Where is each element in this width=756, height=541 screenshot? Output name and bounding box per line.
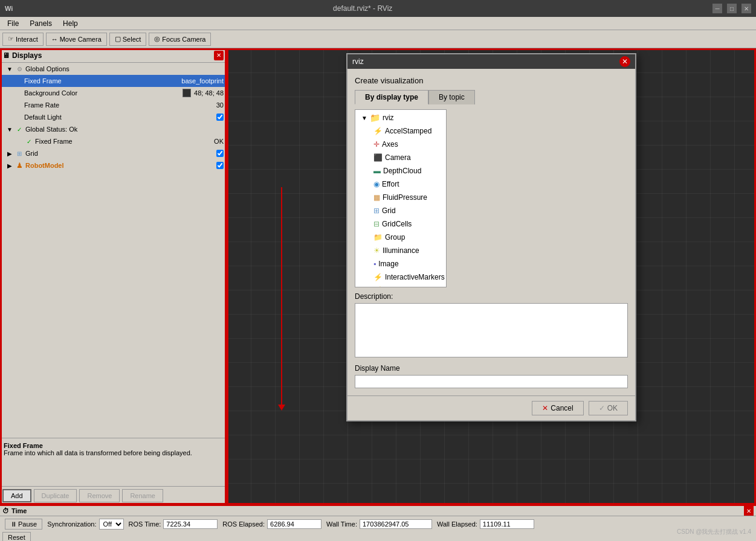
toolbar-focus-camera[interactable]: ◎ Focus Camera <box>149 33 211 46</box>
wall-time-field: Wall Time: <box>326 519 432 529</box>
interactive-label: InteractiveMarkers <box>385 273 445 281</box>
remove-button[interactable]: Remove <box>79 489 120 502</box>
modal-tree[interactable]: ▼ 📁 rviz ⚡ AccelStamped ✛ A <box>355 109 447 287</box>
frame-rate-value: 30 <box>216 101 226 109</box>
wall-elapsed-label: Wall Elapsed: <box>437 520 477 528</box>
time-panel-close[interactable]: ✕ <box>744 506 754 516</box>
toolbar-interact[interactable]: ☞ Interact <box>2 33 44 46</box>
modal-item-laserscan[interactable]: ⚡ LaserScan <box>357 284 445 287</box>
wall-elapsed-field: Wall Elapsed: <box>437 519 534 529</box>
status-check-icon: ✓ <box>15 124 24 134</box>
modal-item-depthcloud[interactable]: ▬ DepthCloud <box>357 164 445 178</box>
default-light-label: Default Light <box>24 114 215 121</box>
modal-title: rviz <box>352 57 364 66</box>
modal-item-group[interactable]: 📁 Group <box>357 231 445 244</box>
displays-tree[interactable]: ▼ ⚙ Global Options Fixed Frame base_foot… <box>0 63 226 438</box>
tree-item-global-options[interactable]: ▼ ⚙ Global Options <box>0 63 226 75</box>
ok-button[interactable]: ✓ OK <box>589 401 628 415</box>
expander-global-status[interactable]: ▼ <box>6 126 13 133</box>
modal-item-axes[interactable]: ✛ Axes <box>357 138 445 151</box>
add-button[interactable]: Add <box>2 489 31 502</box>
cancel-icon: ✕ <box>542 404 548 412</box>
background-color-value: 48; 48; 48 <box>194 89 226 97</box>
background-color-label: Background Color <box>24 89 181 97</box>
display-name-label: Display Name <box>355 364 628 373</box>
tree-item-fixed-frame-status[interactable]: ✓ Fixed Frame OK <box>0 135 226 147</box>
gear-icon: ⚙ <box>15 64 24 74</box>
tree-root-label: rviz <box>383 114 394 122</box>
panel-header: 🖥 Displays ✕ <box>0 48 226 63</box>
tree-item-default-light[interactable]: Default Light <box>0 111 226 123</box>
cancel-button[interactable]: ✕ Cancel <box>532 401 583 415</box>
tree-area: ▼ 📁 rviz ⚡ AccelStamped ✛ A <box>355 109 628 287</box>
fixed-frame-status-value: OK <box>214 138 226 145</box>
ros-time-input[interactable] <box>163 519 218 529</box>
modal-tree-root[interactable]: ▼ 📁 rviz <box>357 111 445 124</box>
sync-select[interactable]: Off <box>99 519 124 530</box>
modal-item-gridcells[interactable]: ⊟ GridCells <box>357 217 445 231</box>
display-name-input[interactable] <box>355 375 628 388</box>
close-button[interactable]: ✕ <box>741 4 751 13</box>
tab-by-topic[interactable]: By topic <box>428 90 475 104</box>
expander-global-options[interactable]: ▼ <box>6 66 13 72</box>
modal-item-camera[interactable]: ⬛ Camera <box>357 151 445 164</box>
watermark: CSDN @我先去打摆战 v1.4 <box>677 528 751 536</box>
depth-icon: ▬ <box>373 167 381 175</box>
tree-item-grid[interactable]: ▶ ⊞ Grid <box>0 147 226 159</box>
modal-item-interactive[interactable]: ⚡ InteractiveMarkers <box>357 270 445 284</box>
toolbar-select[interactable]: ▢ Select <box>109 33 147 46</box>
reset-button[interactable]: Reset <box>2 532 31 541</box>
modal-item-illuminance[interactable]: ☀ Illuminance <box>357 244 445 257</box>
modal-item-fluidpressure[interactable]: ▦ FluidPressure <box>357 191 445 204</box>
reset-area: Reset <box>0 532 756 541</box>
modal-item-accelstamped[interactable]: ⚡ AccelStamped <box>357 124 445 138</box>
ros-elapsed-input[interactable] <box>267 519 321 529</box>
wall-time-input[interactable] <box>360 519 432 529</box>
default-light-checkbox[interactable] <box>216 114 224 121</box>
grid-checkbox[interactable] <box>216 150 224 157</box>
panel-buttons: Add Duplicate Remove Rename <box>0 486 226 505</box>
pause-icon: ⏸ <box>10 520 17 528</box>
sync-label: Synchronization: <box>47 520 96 528</box>
menu-help[interactable]: Help <box>58 18 83 29</box>
pause-button[interactable]: ⏸ Pause <box>5 519 42 530</box>
axes-label: Axes <box>382 140 398 149</box>
expander-grid[interactable]: ▶ <box>6 150 13 157</box>
tab-bar: By display type By topic <box>355 90 628 104</box>
tree-item-fixed-frame[interactable]: Fixed Frame base_footprint <box>0 75 226 87</box>
tree-item-background-color[interactable]: Background Color 48; 48; 48 <box>0 87 226 99</box>
grid-label: Grid <box>25 150 215 157</box>
tab-by-display-type[interactable]: By display type <box>355 90 428 104</box>
expander-robot-model[interactable]: ▶ <box>6 162 13 169</box>
description-box: Fixed Frame Frame into which all data is… <box>0 438 226 486</box>
duplicate-button[interactable]: Duplicate <box>34 489 77 502</box>
modal-item-effort[interactable]: ◉ Effort <box>357 178 445 191</box>
maximize-button[interactable]: □ <box>727 4 737 13</box>
wall-elapsed-input[interactable] <box>480 519 534 529</box>
rename-button[interactable]: Rename <box>122 489 163 502</box>
tree-item-robot-model[interactable]: ▶ ♟ RobotModel <box>0 159 226 171</box>
modal-item-grid[interactable]: ⊞ Grid <box>357 204 445 217</box>
fixed-frame-value: base_footprint <box>181 77 226 85</box>
tree-item-global-status[interactable]: ▼ ✓ Global Status: Ok <box>0 123 226 135</box>
modal-container: rviz ✕ Create visualization By display t… <box>233 53 750 499</box>
description-title: Fixed Frame <box>4 442 222 449</box>
panel-close-button[interactable]: ✕ <box>214 51 224 60</box>
time-title-area: ⏱ Time <box>2 507 27 514</box>
ok-icon: ✓ <box>599 404 605 412</box>
ros-time-field: ROS Time: <box>129 519 218 529</box>
accel-label: AccelStamped <box>385 127 431 135</box>
menu-file[interactable]: File <box>2 18 24 29</box>
modal-close-button[interactable]: ✕ <box>619 56 630 67</box>
tree-item-frame-rate[interactable]: Frame Rate 30 <box>0 99 226 111</box>
robot-model-checkbox[interactable] <box>216 162 224 169</box>
menu-panels[interactable]: Panels <box>25 18 57 29</box>
toolbar-move-camera[interactable]: ↔ Move Camera <box>46 33 107 46</box>
minimize-button[interactable]: ─ <box>712 4 722 13</box>
focus-camera-icon: ◎ <box>154 35 160 43</box>
monitor-icon: 🖥 <box>2 51 10 60</box>
effort-label: Effort <box>382 180 399 188</box>
modal-item-image[interactable]: ▪ Image <box>357 257 445 270</box>
description-textarea[interactable] <box>355 303 628 357</box>
move-camera-icon: ↔ <box>51 36 58 43</box>
